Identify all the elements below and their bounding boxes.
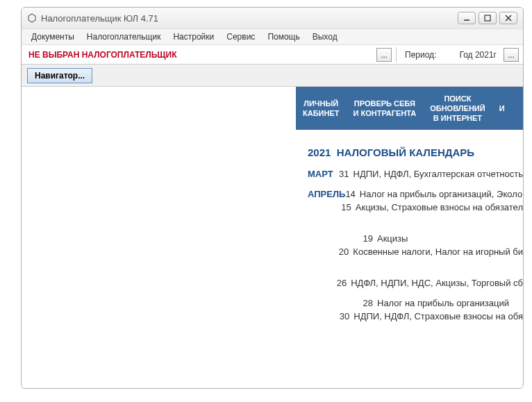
tab-check-counterparty[interactable]: ПРОВЕРЬ СЕБЯ И КОНТРАГЕНТА [346, 87, 423, 130]
navigator-button[interactable]: Навигатор... [27, 68, 92, 83]
calendar-day: 20 [339, 246, 353, 257]
close-button[interactable] [499, 12, 517, 24]
calendar-day: 28 [362, 298, 377, 308]
calendar-month: АПРЕЛЬ [308, 189, 345, 199]
titlebar: Налогоплательщик ЮЛ 4.71 [22, 8, 523, 28]
calendar-row: АПРЕЛЬ 14 Налог на прибыль организаций, … [308, 189, 523, 199]
divider [396, 47, 397, 62]
calendar-row: 26 НДФЛ, НДПИ, НДС, Акцизы, Торговый сб [308, 278, 523, 288]
calendar-month [308, 202, 341, 212]
period-value: Год 2021г [459, 50, 499, 60]
taxpayer-select-button[interactable]: ... [376, 48, 392, 62]
svg-rect-1 [485, 15, 490, 21]
calendar-month [308, 278, 337, 288]
calendar-row: 20 Косвенные налоги, Налог на игорный би [308, 246, 523, 257]
minimize-button[interactable] [458, 12, 476, 24]
window-controls [458, 12, 517, 24]
calendar-text: Налог на прибыль организаций [377, 298, 509, 308]
menu-help[interactable]: Помощь [262, 30, 305, 44]
content-area: ЛИЧНЫЙ КАБИНЕТ ПРОВЕРЬ СЕБЯ И КОНТРАГЕНТ… [22, 87, 523, 388]
calendar-day: 14 [345, 189, 359, 199]
calendar-day: 26 [337, 278, 351, 288]
calendar-day: 19 [362, 233, 377, 244]
menu-taxpayer[interactable]: Налогоплательщик [81, 30, 167, 44]
calendar-year: 2021 [308, 146, 331, 158]
calendar-day: 31 [339, 169, 353, 179]
calendar-row: 28 Налог на прибыль организаций [308, 298, 523, 308]
taxpayer-warning: НЕ ВЫБРАН НАЛОГОПЛАТЕЛЬЩИК [26, 50, 177, 60]
calendar-heading: 2021 НАЛОГОВЫЙ КАЛЕНДАРЬ [308, 146, 474, 158]
window-title: Налогоплательщик ЮЛ 4.71 [41, 13, 458, 24]
period-label: Период: [401, 50, 440, 60]
calendar-text: НДПИ, НДФЛ, Страховые взносы на обя [354, 311, 523, 321]
period-select-button[interactable]: ... [504, 48, 519, 62]
calendar-month [308, 233, 362, 244]
menu-settings[interactable]: Настройки [167, 30, 219, 44]
menubar: Документы Налогоплательщик Настройки Сер… [22, 28, 523, 45]
calendar-body: МАРТ 31 НДПИ, НДФЛ, Бухгалтерская отчетн… [308, 169, 523, 324]
portal-tabs: ЛИЧНЫЙ КАБИНЕТ ПРОВЕРЬ СЕБЯ И КОНТРАГЕНТ… [296, 87, 523, 130]
calendar-text: Косвенные налоги, Налог на игорный би [353, 246, 523, 257]
calendar-title: НАЛОГОВЫЙ КАЛЕНДАРЬ [337, 146, 474, 158]
calendar-text: Акцизы, Страховые взносы на обязател [356, 202, 523, 212]
calendar-day: 15 [341, 202, 355, 212]
menu-exit[interactable]: Выход [307, 30, 343, 44]
calendar-row: МАРТ 31 НДПИ, НДФЛ, Бухгалтерская отчетн… [308, 169, 523, 179]
calendar-month [308, 298, 362, 308]
tab-search-updates[interactable]: ПОИСК ОБНОВЛЕНИЙ В ИНТЕРНЕТ [423, 87, 492, 130]
menu-documents[interactable]: Документы [26, 30, 80, 44]
infobar: НЕ ВЫБРАН НАЛОГОПЛАТЕЛЬЩИК ... Период: Г… [22, 45, 523, 65]
calendar-text: НДФЛ, НДПИ, НДС, Акцизы, Торговый сб [351, 278, 523, 288]
app-icon [27, 13, 37, 23]
menu-service[interactable]: Сервис [221, 30, 260, 44]
calendar-row: 15 Акцизы, Страховые взносы на обязател [308, 202, 523, 212]
calendar-text: НДПИ, НДФЛ, Бухгалтерская отчетность [354, 169, 523, 179]
calendar-month [308, 246, 339, 257]
app-window: Налогоплательщик ЮЛ 4.71 Документы Налог… [21, 7, 524, 389]
calendar-month [308, 311, 340, 321]
tab-personal-cabinet[interactable]: ЛИЧНЫЙ КАБИНЕТ [296, 87, 346, 130]
period-section: Период: Год 2021г ... [401, 48, 519, 62]
calendar-row: 19 Акцизы [308, 233, 523, 244]
calendar-text: Налог на прибыль организаций, Эколог [360, 189, 523, 199]
toolbar: Навигатор... [22, 65, 523, 87]
tab-info[interactable]: И [492, 87, 512, 130]
calendar-text: Акцизы [377, 233, 408, 244]
maximize-button[interactable] [479, 12, 497, 24]
calendar-month: МАРТ [308, 169, 339, 179]
calendar-day: 30 [340, 311, 354, 321]
calendar-row: 30 НДПИ, НДФЛ, Страховые взносы на обя [308, 311, 523, 321]
